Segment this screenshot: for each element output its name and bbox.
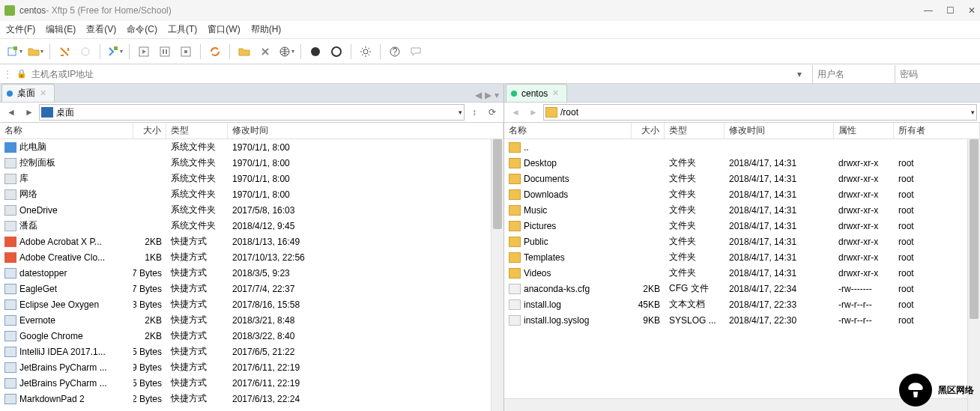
table-row[interactable]: 库系统文件夹1970/1/1, 8:00 bbox=[0, 171, 503, 186]
tab-prev-button[interactable]: ◀ bbox=[475, 90, 482, 100]
col-size[interactable]: 大小 bbox=[632, 123, 665, 138]
menu-file[interactable]: 文件(F) bbox=[6, 23, 35, 36]
table-row[interactable]: Evernote2KB快捷方式2018/3/21, 8:48 bbox=[0, 312, 503, 328]
tab-list-button[interactable]: ▾ bbox=[494, 90, 499, 100]
col-name[interactable]: 名称 bbox=[0, 123, 133, 138]
toggle-button[interactable]: ↕ bbox=[466, 104, 483, 121]
menu-command[interactable]: 命令(C) bbox=[127, 23, 157, 36]
file-icon bbox=[509, 237, 521, 247]
table-row[interactable]: anaconda-ks.cfg2KBCFG 文件2018/4/17, 22:34… bbox=[504, 281, 980, 296]
col-attr[interactable]: 属性 bbox=[834, 123, 894, 138]
local-file-list[interactable]: 此电脑系统文件夹1970/1/1, 8:00控制面板系统文件夹1970/1/1,… bbox=[0, 139, 503, 411]
table-row[interactable]: MarkdownPad 2812 Bytes快捷方式2017/6/13, 22:… bbox=[0, 391, 503, 407]
open-button[interactable] bbox=[27, 43, 43, 60]
table-row[interactable]: Eclipse Jee Oxygen873 Bytes快捷方式2017/8/16… bbox=[0, 296, 503, 312]
feedback-button[interactable] bbox=[408, 43, 424, 60]
table-row[interactable]: Adobe Creative Clo...1KB快捷方式2017/10/13, … bbox=[0, 249, 503, 265]
table-row[interactable]: Desktop文件夹2018/4/17, 14:31drwxr-xr-xroot bbox=[504, 155, 980, 171]
table-row[interactable]: .. bbox=[504, 139, 980, 155]
table-row[interactable]: OneDrive系统文件夹2017/5/8, 16:03 bbox=[0, 202, 503, 218]
col-size[interactable]: 大小 bbox=[133, 123, 166, 138]
menu-edit[interactable]: 编辑(E) bbox=[46, 23, 76, 36]
table-row[interactable]: install.log.syslog9KBSYSLOG ...2018/4/17… bbox=[504, 312, 980, 328]
table-row[interactable]: install.log45KB文本文档2018/4/17, 22:33-rw-r… bbox=[504, 296, 980, 312]
table-row[interactable]: IntelliJ IDEA 2017.1...625 Bytes快捷方式2017… bbox=[0, 344, 503, 359]
file-name: Eclipse Jee Oxygen bbox=[19, 299, 99, 310]
path-box[interactable]: 桌面 ▾ bbox=[39, 104, 465, 121]
menu-help[interactable]: 帮助(H) bbox=[251, 23, 282, 36]
new-folder-button[interactable] bbox=[236, 43, 252, 60]
help-button[interactable]: ? bbox=[387, 43, 403, 60]
stop-button[interactable] bbox=[178, 43, 194, 60]
pause-button[interactable] bbox=[157, 43, 173, 60]
table-row[interactable]: 网络系统文件夹1970/1/1, 8:00 bbox=[0, 186, 503, 202]
cell-name: Templates bbox=[504, 252, 632, 263]
col-date[interactable]: 修改时间 bbox=[725, 123, 834, 138]
svg-text:?: ? bbox=[393, 46, 398, 57]
table-row[interactable]: Pictures文件夹2018/4/17, 14:31drwxr-xr-xroo… bbox=[504, 218, 980, 234]
scrollbar-h[interactable] bbox=[504, 398, 967, 411]
path-box[interactable]: /root ▾ bbox=[543, 104, 977, 121]
password-input[interactable] bbox=[895, 65, 977, 83]
table-row[interactable]: JetBrains PyCharm ...615 Bytes快捷方式2017/6… bbox=[0, 375, 503, 391]
table-row[interactable]: Adobe Acrobat X P...2KB快捷方式2018/1/13, 16… bbox=[0, 234, 503, 249]
table-row[interactable]: Documents文件夹2018/4/17, 14:31drwxr-xr-xro… bbox=[504, 171, 980, 186]
remote-file-list[interactable]: ..Desktop文件夹2018/4/17, 14:31drwxr-xr-xro… bbox=[504, 139, 980, 411]
username-input[interactable] bbox=[812, 65, 895, 83]
col-type[interactable]: 类型 bbox=[665, 123, 725, 138]
back-button[interactable]: ◄ bbox=[507, 104, 524, 121]
cell-date: 2018/3/21, 8:48 bbox=[228, 315, 503, 326]
play-button[interactable] bbox=[136, 43, 152, 60]
col-own[interactable]: 所有者 bbox=[894, 123, 980, 138]
cell-type: 快捷方式 bbox=[166, 377, 228, 389]
maximize-button[interactable]: ☐ bbox=[946, 5, 955, 16]
address-input[interactable] bbox=[31, 67, 787, 82]
minimize-button[interactable]: — bbox=[924, 5, 933, 16]
tab-desktop[interactable]: 桌面 ✕ bbox=[1, 84, 55, 102]
delete-button[interactable] bbox=[257, 43, 273, 60]
cell-attr: drwxr-xr-x bbox=[834, 189, 894, 200]
settings-button[interactable] bbox=[357, 43, 374, 60]
path-dropdown-icon[interactable]: ▾ bbox=[971, 109, 975, 116]
table-row[interactable]: JetBrains PyCharm ...609 Bytes快捷方式2017/6… bbox=[0, 359, 503, 375]
table-row[interactable]: datestopper547 Bytes快捷方式2018/3/5, 9:23 bbox=[0, 265, 503, 281]
forward-button[interactable]: ► bbox=[525, 104, 542, 121]
col-name[interactable]: 名称 bbox=[504, 123, 632, 138]
script-button[interactable] bbox=[328, 43, 345, 60]
forward-button[interactable]: ► bbox=[21, 104, 37, 121]
remote-header: 名称 大小 类型 修改时间 属性 所有者 bbox=[504, 123, 980, 139]
refresh-button[interactable]: ⟳ bbox=[484, 104, 500, 121]
table-row[interactable]: Templates文件夹2018/4/17, 14:31drwxr-xr-xro… bbox=[504, 249, 980, 265]
sync-button[interactable] bbox=[207, 43, 223, 60]
menu-view[interactable]: 查看(V) bbox=[86, 23, 116, 36]
back-button[interactable]: ◄ bbox=[3, 104, 19, 121]
tab-next-button[interactable]: ▶ bbox=[485, 90, 491, 100]
disconnect-button[interactable] bbox=[77, 43, 94, 60]
language-button[interactable] bbox=[278, 43, 294, 60]
tab-close-button[interactable]: ✕ bbox=[552, 88, 559, 98]
col-date[interactable]: 修改时间 bbox=[228, 123, 503, 138]
reconnect-button[interactable] bbox=[56, 43, 73, 60]
table-row[interactable]: 控制面板系统文件夹1970/1/1, 8:00 bbox=[0, 155, 503, 171]
scrollbar-v[interactable] bbox=[491, 139, 503, 411]
tab-close-button[interactable]: ✕ bbox=[40, 88, 46, 98]
tab-centos[interactable]: centos ✕ bbox=[506, 84, 567, 102]
table-row[interactable]: 此电脑系统文件夹1970/1/1, 8:00 bbox=[0, 139, 503, 155]
col-type[interactable]: 类型 bbox=[166, 123, 228, 138]
table-row[interactable]: Google Chrome2KB快捷方式2018/3/22, 8:40 bbox=[0, 328, 503, 344]
table-row[interactable]: 潘磊系统文件夹2018/4/12, 9:45 bbox=[0, 218, 503, 234]
table-row[interactable]: Public文件夹2018/4/17, 14:31drwxr-xr-xroot bbox=[504, 234, 980, 249]
table-row[interactable]: EagleGet737 Bytes快捷方式2017/7/4, 22:37 bbox=[0, 281, 503, 296]
scrollbar-v[interactable] bbox=[967, 139, 980, 411]
table-row[interactable]: Downloads文件夹2018/4/17, 14:31drwxr-xr-xro… bbox=[504, 186, 980, 202]
table-row[interactable]: Music文件夹2018/4/17, 14:31drwxr-xr-xroot bbox=[504, 202, 980, 218]
terminal-button[interactable] bbox=[307, 43, 324, 60]
close-button[interactable]: ✕ bbox=[968, 5, 976, 16]
menu-window[interactable]: 窗口(W) bbox=[208, 23, 240, 36]
new-transfer-button[interactable] bbox=[106, 43, 123, 60]
new-session-button[interactable] bbox=[6, 43, 22, 60]
table-row[interactable]: Videos文件夹2018/4/17, 14:31drwxr-xr-xroot bbox=[504, 265, 980, 281]
path-dropdown-icon[interactable]: ▾ bbox=[459, 109, 462, 116]
addr-dropdown-icon[interactable]: ▾ bbox=[791, 69, 808, 79]
menu-tools[interactable]: 工具(T) bbox=[168, 23, 197, 36]
